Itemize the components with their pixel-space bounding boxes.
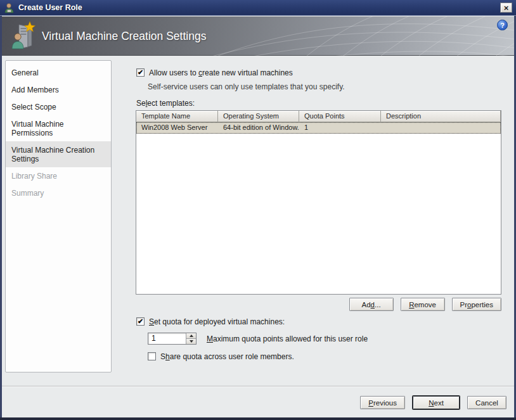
share-quota-label: Share quota across user role members.	[160, 352, 294, 361]
table-body: Win2008 Web Server64-bit edition of Wind…	[136, 122, 501, 134]
wizard-steps-sidebar: GeneralAdd MembersSelect ScopeVirtual Ma…	[5, 60, 112, 372]
share-quota-checkbox[interactable]	[148, 352, 156, 360]
mesh-pattern	[186, 16, 516, 56]
chevron-down-icon	[190, 340, 193, 343]
wizard-header: Virtual Machine Creation Settings ?	[0, 16, 516, 56]
allow-create-label: Allow users to create new virtual machin…	[149, 68, 293, 77]
page-title: Virtual Machine Creation Settings	[42, 30, 206, 43]
sidebar-item-virtual-machine-creation-settings[interactable]: Virtual Machine Creation Settings	[6, 141, 111, 167]
previous-button[interactable]: Previous	[360, 396, 405, 409]
set-quota-checkbox[interactable]: ✔	[136, 317, 145, 326]
quota-points-value: 1	[148, 333, 186, 344]
table-cell: 64-bit edition of Window...	[218, 122, 299, 134]
sidebar-item-select-scope[interactable]: Select Scope	[6, 98, 111, 115]
cancel-button[interactable]: Cancel	[467, 396, 506, 409]
window-border-bottom	[0, 417, 516, 420]
sidebar-item-general[interactable]: General	[6, 64, 111, 81]
window-border-left	[0, 16, 2, 420]
table-row[interactable]: Win2008 Web Server64-bit edition of Wind…	[136, 122, 501, 134]
table-actions: Add... Remove Properties	[136, 298, 501, 311]
column-header[interactable]: Template Name	[136, 111, 218, 122]
close-icon: ×	[504, 4, 509, 12]
chevron-up-icon	[190, 334, 193, 337]
user-icon	[4, 3, 15, 13]
sidebar-item-summary: Summary	[6, 184, 111, 201]
wizard-navigation: Previous Next Cancel	[360, 396, 506, 409]
column-header[interactable]: Description	[381, 111, 501, 122]
column-header[interactable]: Quota Points	[299, 111, 381, 122]
table-cell: Win2008 Web Server	[136, 122, 218, 134]
title-bar[interactable]: Create User Role ×	[0, 0, 516, 16]
set-quota-label: Set quota for deployed virtual machines:	[149, 317, 285, 326]
sidebar-item-virtual-machine-permissions[interactable]: Virtual Machine Permissions	[6, 115, 111, 141]
spinner-up-button[interactable]	[186, 333, 196, 338]
help-icon: ?	[500, 22, 505, 29]
add-button[interactable]: Add...	[349, 298, 394, 311]
allow-create-checkbox[interactable]: ✔	[136, 68, 145, 77]
vm-creation-icon	[9, 22, 35, 51]
set-quota-row: ✔ Set quota for deployed virtual machine…	[136, 317, 285, 326]
quota-spinner-row: 1 Maximum quota points allowed for this …	[148, 333, 368, 345]
help-button[interactable]: ?	[497, 20, 508, 30]
templates-table[interactable]: Template NameOperating SystemQuota Point…	[136, 110, 501, 295]
table-cell: 1	[299, 122, 381, 134]
spinner-down-button[interactable]	[186, 338, 196, 344]
share-quota-row: Share quota across user role members.	[148, 352, 294, 361]
footer-divider	[2, 386, 514, 387]
table-header-row: Template NameOperating SystemQuota Point…	[136, 111, 501, 122]
table-cell	[381, 122, 501, 134]
column-header[interactable]: Operating System	[218, 111, 299, 122]
self-service-note: Self-service users can only use template…	[148, 82, 345, 91]
sidebar-item-add-members[interactable]: Add Members	[6, 81, 111, 98]
max-quota-label: Maximum quota points allowed for this us…	[207, 334, 368, 343]
allow-create-row: ✔ Allow users to create new virtual mach…	[136, 68, 293, 77]
window-title: Create User Role	[18, 3, 82, 12]
properties-button[interactable]: Properties	[452, 298, 501, 311]
create-user-role-dialog: Create User Role ×	[0, 0, 516, 420]
select-templates-label: Select templates:	[136, 99, 195, 108]
remove-button[interactable]: Remove	[401, 298, 445, 311]
next-button[interactable]: Next	[413, 396, 460, 409]
close-button[interactable]: ×	[500, 3, 512, 13]
quota-points-spinner[interactable]: 1	[148, 333, 197, 345]
sidebar-item-library-share: Library Share	[6, 167, 111, 184]
spinner-buttons	[186, 333, 196, 344]
